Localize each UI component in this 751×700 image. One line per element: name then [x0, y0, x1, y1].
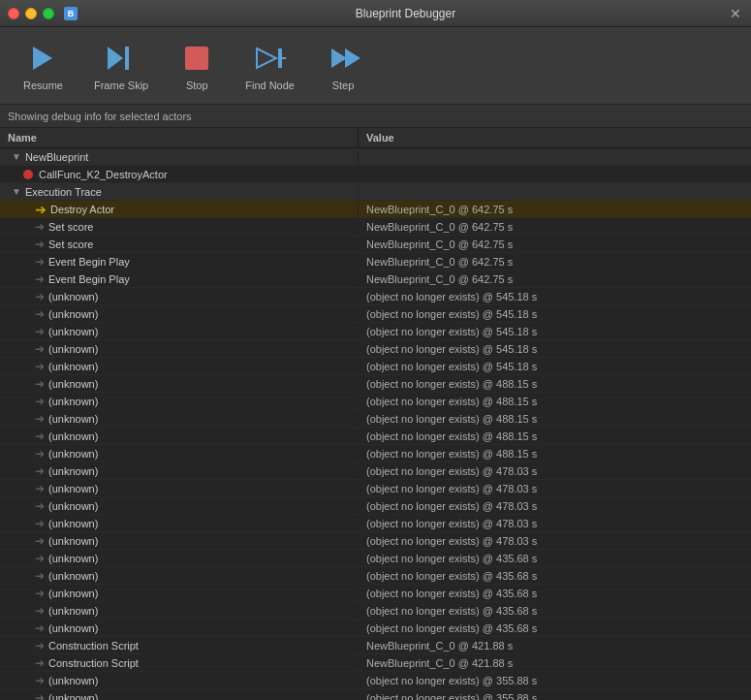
list-item[interactable]: ➔(unknown)(object no longer exists) @ 48… — [0, 393, 751, 410]
step-icon — [326, 41, 360, 76]
item-name: ➔(unknown) — [0, 534, 359, 548]
step-button[interactable]: Step — [318, 37, 368, 95]
item-value: (object no longer exists) @ 435.68 s — [359, 605, 751, 617]
list-item[interactable]: ➔(unknown)(object no longer exists) @ 35… — [0, 689, 751, 700]
svg-rect-2 — [125, 47, 129, 70]
list-item[interactable]: ➔(unknown)(object no longer exists) @ 48… — [0, 445, 751, 462]
frame-skip-icon — [104, 41, 139, 76]
item-name: ➔(unknown) — [0, 691, 359, 701]
trace-arrow-icon: ➔ — [35, 395, 45, 408]
item-name: ▼ Execution Trace — [0, 186, 359, 198]
resume-button[interactable]: Resume — [16, 37, 71, 95]
find-node-button[interactable]: Find Node — [237, 37, 302, 95]
list-item[interactable]: ➔(unknown)(object no longer exists) @ 47… — [0, 462, 751, 480]
list-item[interactable]: ➔(unknown)(object no longer exists) @ 43… — [0, 585, 751, 602]
item-value: (object no longer exists) @ 488.15 s — [359, 396, 751, 407]
item-value: (object no longer exists) @ 478.03 s — [359, 500, 751, 512]
trace-arrow-icon: ➔ — [35, 325, 45, 338]
list-item[interactable]: ▼ NewBlueprint — [0, 148, 751, 166]
status-text: Showing debug info for selected actors — [8, 111, 192, 122]
list-item[interactable]: ➔(unknown)(object no longer exists) @ 54… — [0, 340, 751, 358]
svg-marker-5 — [257, 48, 276, 68]
list-item[interactable]: ➔(unknown)(object no longer exists) @ 54… — [0, 305, 751, 323]
item-name: ➔Event Begin Play — [0, 272, 359, 286]
item-value: (object no longer exists) @ 355.88 s — [359, 675, 751, 686]
list-item[interactable]: ➔Event Begin PlayNewBlueprint_C_0 @ 642.… — [0, 253, 751, 270]
item-value: (object no longer exists) @ 545.18 s — [359, 308, 751, 320]
toolbar: Resume Frame Skip Stop — [0, 27, 751, 105]
trace-arrow-icon: ➔ — [35, 464, 45, 478]
item-value: NewBlueprint_C_0 @ 642.75 s — [359, 204, 751, 215]
svg-rect-4 — [185, 47, 208, 70]
trace-arrow-icon: ➔ — [35, 360, 45, 373]
stop-icon — [179, 41, 214, 76]
col-value-header: Value — [359, 128, 751, 147]
trace-arrow-icon: ➔ — [35, 691, 45, 701]
col-name-header: Name — [0, 128, 359, 147]
item-value: (object no longer exists) @ 545.18 s — [359, 291, 751, 302]
svg-marker-8 — [331, 48, 347, 68]
list-item[interactable]: ➔(unknown)(object no longer exists) @ 43… — [0, 550, 751, 567]
list-item[interactable]: CallFunc_K2_DestroyActor — [0, 166, 751, 183]
item-value: NewBlueprint_C_0 @ 642.75 s — [359, 273, 751, 285]
trace-arrow-icon: ➔ — [35, 534, 45, 548]
trace-arrow-icon: ➔ — [35, 290, 45, 303]
item-value: (object no longer exists) @ 435.68 s — [359, 622, 751, 634]
status-bar: Showing debug info for selected actors — [0, 105, 751, 128]
tree-panel[interactable]: Name Value ▼ NewBlueprint CallFunc_K2_De… — [0, 128, 751, 700]
item-value: (object no longer exists) @ 478.03 s — [359, 465, 751, 477]
list-item[interactable]: ➔Construction ScriptNewBlueprint_C_0 @ 4… — [0, 654, 751, 672]
list-item[interactable]: ➔ Destroy Actor NewBlueprint_C_0 @ 642.7… — [0, 201, 751, 218]
trace-arrow-icon: ➔ — [35, 499, 45, 513]
list-item[interactable]: ➔(unknown)(object no longer exists) @ 47… — [0, 497, 751, 515]
maximize-traffic-light[interactable] — [43, 8, 54, 19]
item-name: ➔Set score — [0, 238, 359, 251]
list-item[interactable]: ➔(unknown)(object no longer exists) @ 47… — [0, 515, 751, 532]
expand-icon: ▼ — [12, 186, 21, 197]
list-item[interactable]: ➔(unknown)(object no longer exists) @ 48… — [0, 428, 751, 445]
list-item[interactable]: ➔Event Begin PlayNewBlueprint_C_0 @ 642.… — [0, 270, 751, 288]
stop-button[interactable]: Stop — [172, 37, 222, 95]
item-name: ➔(unknown) — [0, 621, 359, 635]
window-title: Blueprint Debugger — [83, 7, 728, 20]
list-item[interactable]: ➔(unknown)(object no longer exists) @ 35… — [0, 672, 751, 689]
item-value: NewBlueprint_C_0 @ 421.88 s — [359, 640, 751, 652]
list-item[interactable]: ➔(unknown)(object no longer exists) @ 54… — [0, 323, 751, 340]
item-value: (object no longer exists) @ 545.18 s — [359, 343, 751, 355]
item-name: ➔Event Begin Play — [0, 255, 359, 269]
list-item[interactable]: ➔(unknown)(object no longer exists) @ 48… — [0, 410, 751, 428]
list-item[interactable]: ➔Set scoreNewBlueprint_C_0 @ 642.75 s — [0, 218, 751, 236]
list-item[interactable]: ➔(unknown)(object no longer exists) @ 54… — [0, 288, 751, 305]
list-item[interactable]: ➔(unknown)(object no longer exists) @ 47… — [0, 532, 751, 550]
stop-label: Stop — [186, 80, 208, 91]
item-value: (object no longer exists) @ 488.15 s — [359, 430, 751, 442]
item-name: ➔(unknown) — [0, 447, 359, 461]
item-name: ➔Set score — [0, 220, 359, 234]
item-name: ➔(unknown) — [0, 307, 359, 321]
list-item[interactable]: ➔(unknown)(object no longer exists) @ 43… — [0, 567, 751, 585]
list-item[interactable]: ➔(unknown)(object no longer exists) @ 54… — [0, 358, 751, 375]
item-value: NewBlueprint_C_0 @ 642.75 s — [359, 221, 751, 233]
list-item[interactable]: ➔(unknown)(object no longer exists) @ 48… — [0, 375, 751, 393]
list-item[interactable]: ➔(unknown)(object no longer exists) @ 43… — [0, 602, 751, 620]
trace-arrow-icon: ➔ — [35, 621, 45, 635]
list-item[interactable]: ▼ Execution Trace — [0, 183, 751, 201]
trace-arrow-icon: ➔ — [35, 342, 45, 356]
svg-marker-1 — [108, 47, 123, 70]
minimize-traffic-light[interactable] — [25, 8, 37, 19]
item-value: (object no longer exists) @ 478.03 s — [359, 518, 751, 529]
column-headers: Name Value — [0, 128, 751, 148]
item-value: (object no longer exists) @ 545.18 s — [359, 361, 751, 372]
list-item[interactable]: ➔Set scoreNewBlueprint_C_0 @ 642.75 s — [0, 236, 751, 253]
item-value: (object no longer exists) @ 488.15 s — [359, 413, 751, 425]
list-item[interactable]: ➔(unknown)(object no longer exists) @ 43… — [0, 620, 751, 637]
close-traffic-light[interactable] — [8, 8, 19, 19]
trace-arrow-icon: ➔ — [35, 220, 45, 234]
close-button[interactable]: ✕ — [728, 6, 743, 21]
item-value: (object no longer exists) @ 488.15 s — [359, 448, 751, 460]
list-item[interactable]: ➔Construction ScriptNewBlueprint_C_0 @ 4… — [0, 637, 751, 654]
frame-skip-button[interactable]: Frame Skip — [86, 37, 156, 95]
list-item[interactable]: ➔(unknown)(object no longer exists) @ 47… — [0, 480, 751, 497]
item-name: ➔(unknown) — [0, 377, 359, 391]
trace-arrow-icon: ➔ — [35, 674, 45, 687]
